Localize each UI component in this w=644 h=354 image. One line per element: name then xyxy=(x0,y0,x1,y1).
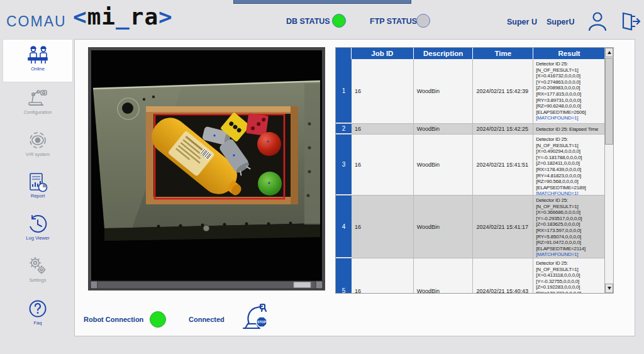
sidebar-item-settings[interactable]: Settings xyxy=(3,256,73,296)
description-cell: WoodBin xyxy=(414,59,474,123)
result-text: Detector ID 25: Elapsed Time Reached xyxy=(536,126,598,134)
description-cell: WoodBin xyxy=(414,124,474,134)
result-text: Detector ID 25: [N_OF_RESULT=1] [X=0.366… xyxy=(536,197,586,252)
sidebar-item-faq[interactable]: Faq xyxy=(3,299,73,339)
ftp-status-indicator xyxy=(416,14,430,28)
job-id-cell: 16 xyxy=(352,258,414,294)
row-number-header xyxy=(336,48,352,59)
sidebar-item-configuration[interactable]: Configuration xyxy=(3,88,73,128)
job-id-cell: 16 xyxy=(352,124,414,134)
result-cell: Detector ID 25: [N_OF_RESULT=1] [X=0.416… xyxy=(533,59,605,123)
result-cell: Detector ID 25: [N_OF_RESULT=1] [X=0.366… xyxy=(533,196,605,258)
sidebar-item-label: Online xyxy=(3,66,72,72)
result-text: Detector ID 25: [N_OF_RESULT=1] [X=0.490… xyxy=(536,136,586,191)
row-number: 4 xyxy=(336,196,352,258)
description-cell: WoodBin xyxy=(414,258,474,294)
sidebar-item-label: Configuration xyxy=(3,109,73,115)
table-row[interactable]: 2 16 WoodBin 2024/02/21 15:42:25 Detecto… xyxy=(336,124,605,135)
scroll-up-button[interactable] xyxy=(605,48,613,57)
image-horizontal-scrollbar[interactable] xyxy=(91,281,323,289)
ftp-status-label: FTP STATUS xyxy=(370,17,417,26)
sidebar-item-label: Settings xyxy=(3,277,73,283)
result-matchfound: [MATCHFOUND=1] xyxy=(536,191,578,195)
table-scrollbar[interactable] xyxy=(604,47,614,294)
gears-icon xyxy=(3,256,73,276)
result-matchfound: [MATCHFOUND=1] xyxy=(536,115,578,121)
robot-connection-label: Robot Connection xyxy=(84,316,143,323)
question-icon xyxy=(3,299,73,319)
column-header-job-id: Job ID xyxy=(352,48,414,59)
sidebar-item-report[interactable]: Report xyxy=(3,172,73,212)
logout-icon[interactable] xyxy=(621,11,641,35)
robot-connection-indicator xyxy=(150,311,166,328)
scroll-down-button[interactable] xyxy=(605,284,613,293)
mira-app-window: COMAU <mi_ra> DB STATUS FTP STATUS Super… xyxy=(0,0,644,354)
result-matchfound: [MATCHFOUND=1] xyxy=(536,252,578,257)
top-accent-bar xyxy=(233,0,411,4)
sidebar-item-online[interactable]: Online xyxy=(3,39,73,82)
db-status-label: DB STATUS xyxy=(286,17,330,26)
result-text: Detector ID 25: [N_OF_RESULT=1] [X=0.416… xyxy=(536,61,586,115)
table-row[interactable]: 4 16 WoodBin 2024/02/21 15:41:17 Detecto… xyxy=(336,196,605,258)
report-icon xyxy=(3,172,73,192)
time-cell: 2024/02/21 15:41:51 xyxy=(473,135,533,195)
result-cell: Detector ID 25: [N_OF_RESULT=1] [X=0.413… xyxy=(533,258,605,294)
description-cell: WoodBin xyxy=(414,135,474,195)
description-cell: WoodBin xyxy=(414,196,474,258)
column-header-time: Time xyxy=(473,48,533,59)
camera-live-view xyxy=(88,47,325,290)
scrollbar-thumb[interactable] xyxy=(605,58,613,145)
column-header-result: Result xyxy=(533,48,605,59)
user-profile-icon[interactable] xyxy=(587,11,608,35)
row-number: 5 xyxy=(336,258,352,294)
job-id-cell: 16 xyxy=(352,59,414,123)
table-header: Job ID Description Time Result xyxy=(336,48,605,59)
robot-config-icon xyxy=(3,88,73,108)
robot-connection-status: Connected xyxy=(189,316,225,323)
row-number: 3 xyxy=(336,135,352,195)
result-text: Detector ID 25: [N_OF_RESULT=1] [X=0.413… xyxy=(536,260,581,294)
result-cell: Detector ID 25: Elapsed Time Reached xyxy=(533,124,605,134)
log-history-icon xyxy=(3,214,73,234)
time-cell: 2024/02/21 15:42:25 xyxy=(473,124,533,134)
user-name-label: SuperU xyxy=(547,18,574,26)
sidebar-item-label: Faq xyxy=(3,320,73,326)
row-number: 2 xyxy=(336,124,352,134)
vision-lens-icon xyxy=(3,130,73,150)
sidebar-item-label: Report xyxy=(3,193,73,199)
sidebar-item-label: V/R system xyxy=(3,152,73,157)
job-id-cell: 16 xyxy=(352,196,414,258)
camera-image xyxy=(88,47,325,290)
results-table: Job ID Description Time Result 1 16 Wood… xyxy=(335,47,605,294)
row-number: 1 xyxy=(336,59,352,123)
arrow-up-icon xyxy=(608,51,611,54)
db-status-indicator xyxy=(332,14,346,28)
time-cell: 2024/02/21 15:40:43 xyxy=(473,258,533,294)
robot-stop-button[interactable]: STOP xyxy=(240,302,269,335)
comau-logo: COMAU xyxy=(6,13,67,30)
table-row[interactable]: 5 16 WoodBin 2024/02/21 15:40:43 Detecto… xyxy=(336,258,605,294)
table-row[interactable]: 1 16 WoodBin 2024/02/21 15:42:39 Detecto… xyxy=(336,59,605,124)
table-row[interactable]: 3 16 WoodBin 2024/02/21 15:41:51 Detecto… xyxy=(336,135,605,196)
result-cell: Detector ID 25: [N_OF_RESULT=1] [X=0.490… xyxy=(533,135,605,195)
time-cell: 2024/02/21 15:41:17 xyxy=(473,196,533,258)
user-role-label: Super U xyxy=(507,18,537,26)
operators-icon xyxy=(3,45,72,65)
stop-sign-label: STOP xyxy=(257,320,266,324)
mira-logo: <mi_ra> xyxy=(73,4,173,30)
arrow-down-icon xyxy=(608,287,611,290)
sidebar-item-label: Log Viewer xyxy=(3,235,73,241)
column-header-description: Description xyxy=(414,48,474,59)
job-id-cell: 16 xyxy=(352,135,414,195)
sidebar-item-log-viewer[interactable]: Log Viewer xyxy=(3,214,73,254)
sidebar-item-vr-system[interactable]: V/R system xyxy=(3,130,73,170)
time-cell: 2024/02/21 15:42:39 xyxy=(473,59,533,123)
